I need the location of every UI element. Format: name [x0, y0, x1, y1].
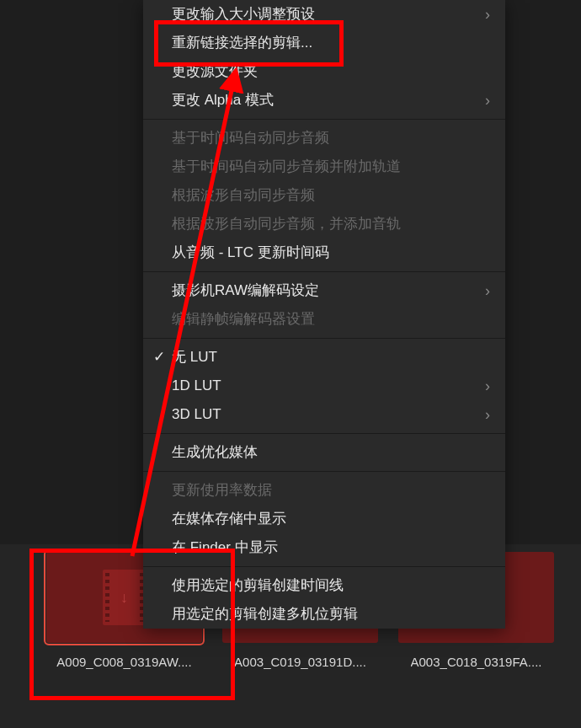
menu-item-label: 根据波形自动同步音频: [172, 186, 315, 205]
menu-item-label: 编辑静帧编解码器设置: [172, 310, 315, 329]
menu-item: 编辑静帧编解码器设置: [143, 305, 505, 334]
menu-item: 根据波形自动同步音频: [143, 181, 505, 210]
menu-item[interactable]: 重新链接选择的剪辑...: [143, 29, 505, 57]
menu-item[interactable]: 生成优化媒体: [143, 438, 505, 467]
menu-item-label: 根据波形自动同步音频，并添加音轨: [172, 215, 401, 233]
menu-item-label: 重新链接选择的剪辑...: [172, 34, 312, 52]
menu-item-label: 更改 Alpha 模式: [172, 91, 274, 110]
clip-label: A009_C008_0319AW....: [56, 655, 191, 669]
menu-item-label: 3D LUT: [172, 405, 221, 424]
clip-label: A003_C019_03191D....: [234, 655, 366, 669]
menu-item-label: 从音频 - LTC 更新时间码: [172, 244, 329, 262]
menu-item[interactable]: 从音频 - LTC 更新时间码: [143, 238, 505, 267]
menu-item[interactable]: 在媒体存储中显示: [143, 505, 505, 533]
chevron-right-icon: ›: [485, 91, 490, 110]
checkmark-icon: ✓: [153, 348, 165, 367]
menu-item[interactable]: 更改源文件夹: [143, 57, 505, 86]
menu-item-label: 更改源文件夹: [172, 62, 258, 81]
menu-item[interactable]: 摄影机RAW编解码设定›: [143, 276, 505, 305]
menu-item: 根据波形自动同步音频，并添加音轨: [143, 210, 505, 238]
download-arrow-icon: ↓: [120, 589, 128, 607]
menu-item[interactable]: 使用选定的剪辑创建时间线: [143, 571, 505, 600]
chevron-right-icon: ›: [485, 405, 490, 424]
offline-clip-icon: ↓: [103, 570, 147, 625]
menu-item[interactable]: 更改 Alpha 模式›: [143, 86, 505, 115]
menu-divider: [143, 433, 505, 434]
menu-divider: [143, 271, 505, 272]
context-menu: 更改输入大小调整预设›重新链接选择的剪辑...更改源文件夹更改 Alpha 模式…: [143, 0, 505, 629]
chevron-right-icon: ›: [485, 5, 490, 24]
menu-item[interactable]: 用选定的剪辑创建多机位剪辑: [143, 600, 505, 629]
chevron-right-icon: ›: [485, 377, 490, 395]
menu-divider: [143, 566, 505, 567]
menu-item-label: 摄影机RAW编解码设定: [172, 281, 319, 300]
menu-divider: [143, 471, 505, 472]
menu-item[interactable]: 1D LUT›: [143, 372, 505, 400]
menu-item-label: 在 Finder 中显示: [172, 538, 278, 557]
menu-item-label: 生成优化媒体: [172, 443, 258, 462]
menu-item-label: 更新使用率数据: [172, 481, 272, 500]
menu-item[interactable]: 更改输入大小调整预设›: [143, 0, 505, 29]
menu-item: 更新使用率数据: [143, 476, 505, 505]
menu-item-label: 更改输入大小调整预设: [172, 5, 315, 24]
menu-item: 基于时间码自动同步音频: [143, 124, 505, 153]
menu-item[interactable]: ✓无 LUT: [143, 343, 505, 372]
menu-item-label: 用选定的剪辑创建多机位剪辑: [172, 605, 358, 624]
menu-divider: [143, 119, 505, 120]
menu-item: 基于时间码自动同步音频并附加轨道: [143, 153, 505, 181]
menu-item-label: 使用选定的剪辑创建时间线: [172, 576, 344, 595]
menu-divider: [143, 338, 505, 339]
chevron-right-icon: ›: [485, 281, 490, 300]
menu-item-label: 无 LUT: [172, 348, 217, 367]
clip-label: A003_C018_0319FA....: [411, 655, 542, 669]
menu-item-label: 1D LUT: [172, 377, 221, 395]
menu-item[interactable]: 3D LUT›: [143, 400, 505, 429]
menu-item-label: 基于时间码自动同步音频: [172, 129, 329, 147]
menu-item-label: 基于时间码自动同步音频并附加轨道: [172, 158, 401, 176]
menu-item[interactable]: 在 Finder 中显示: [143, 533, 505, 562]
menu-item-label: 在媒体存储中显示: [172, 510, 286, 528]
